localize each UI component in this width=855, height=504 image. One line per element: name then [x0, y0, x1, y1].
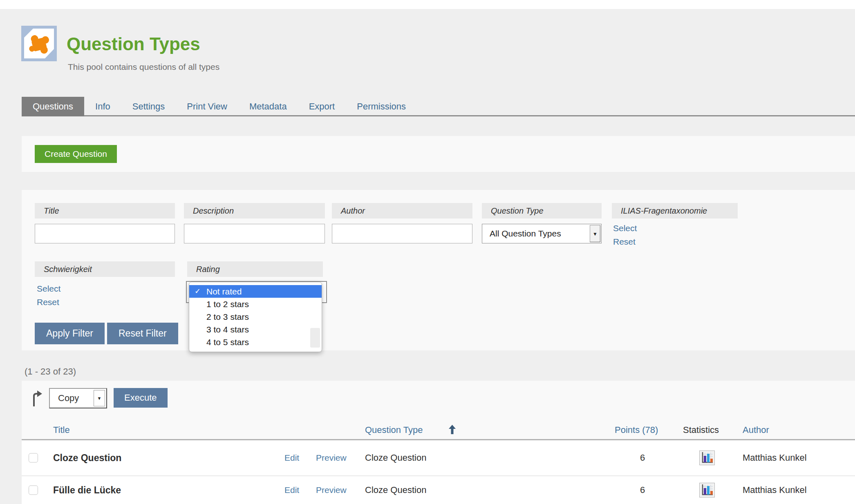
difficulty-select-link[interactable]: Select [37, 284, 60, 294]
difficulty-reset-link[interactable]: Reset [37, 297, 59, 307]
filter-label-author: Author [332, 203, 472, 219]
execute-button[interactable]: Execute [114, 388, 168, 408]
bulk-action-select[interactable]: Copy ▼ [49, 388, 107, 408]
preview-link[interactable]: Preview [316, 453, 347, 463]
tab-permissions[interactable]: Permissions [346, 97, 417, 116]
page-title: Question Types [67, 34, 200, 54]
preview-link[interactable]: Preview [316, 485, 347, 495]
pagination-status: (1 - 23 of 23) [25, 366, 76, 377]
taxonomy-reset-link[interactable]: Reset [613, 237, 636, 247]
checkmark-icon: ✓ [195, 285, 201, 298]
question-pool-icon [21, 26, 57, 61]
rating-option-3-4-stars[interactable]: 3 to 4 stars [189, 323, 322, 336]
sort-ascending-icon[interactable] [449, 425, 456, 435]
column-header-points[interactable]: Points (78) [615, 425, 658, 435]
question-pool-page: Question Types This pool contains questi… [0, 0, 855, 504]
rating-option-2-3-stars[interactable]: 2 to 3 stars [189, 310, 322, 323]
tab-info[interactable]: Info [84, 97, 121, 116]
points-value: 6 [634, 453, 651, 463]
tab-export[interactable]: Export [298, 97, 346, 116]
row-checkbox[interactable] [29, 453, 38, 463]
reset-filter-button[interactable]: Reset Filter [107, 323, 178, 344]
tab-bar: Questions Info Settings Print View Metad… [22, 97, 855, 116]
rating-option-1-2-stars[interactable]: 1 to 2 stars [189, 298, 322, 310]
filter-label-title: Title [35, 203, 175, 219]
filter-panel: Title Description Author Question Type I… [22, 190, 855, 350]
tab-print-view[interactable]: Print View [176, 97, 238, 116]
column-header-question-type[interactable]: Question Type [365, 425, 423, 435]
rating-dropdown-popup: ✓ Not rated 1 to 2 stars 2 to 3 stars 3 … [189, 282, 322, 352]
apply-filter-button[interactable]: Apply Filter [35, 323, 105, 344]
column-header-author[interactable]: Author [743, 425, 769, 435]
filter-title-input[interactable] [35, 224, 175, 243]
chevron-down-icon[interactable]: ▼ [94, 390, 105, 406]
questions-table: Copy ▼ Execute Title Question Type Point… [22, 381, 855, 504]
page-subtitle: This pool contains questions of all type… [68, 62, 219, 72]
dropdown-scrollbar[interactable] [310, 328, 320, 348]
bulk-action-select-value: Copy [58, 389, 79, 408]
create-question-button[interactable]: Create Question [35, 145, 117, 163]
edit-link[interactable]: Edit [284, 485, 299, 495]
table-header-row: Title Question Type Points (78) Statisti… [22, 421, 855, 439]
question-type-value: Cloze Question [365, 485, 426, 495]
question-title[interactable]: Fülle die Lücke [53, 485, 121, 496]
column-header-title[interactable]: Title [53, 425, 70, 435]
question-title[interactable]: Cloze Question [53, 453, 121, 464]
filter-label-question-type: Question Type [482, 203, 602, 219]
row-checkbox[interactable] [29, 486, 38, 495]
tab-metadata[interactable]: Metadata [238, 97, 298, 116]
bulk-action-arrow-icon [31, 390, 43, 408]
filter-label-difficulty: Schwierigkeit [35, 261, 175, 277]
statistics-icon[interactable] [699, 450, 715, 465]
filter-description-input[interactable] [184, 224, 325, 243]
taxonomy-select-link[interactable]: Select [613, 223, 637, 233]
filter-author-input[interactable] [332, 224, 472, 243]
question-type-select[interactable]: All Question Types ▼ [482, 224, 602, 243]
question-type-select-value: All Question Types [490, 224, 561, 243]
edit-link[interactable]: Edit [284, 453, 299, 463]
question-type-value: Cloze Question [365, 453, 426, 463]
toolbar: Create Question [22, 136, 855, 172]
tab-settings[interactable]: Settings [121, 97, 176, 116]
author-value: Matthias Kunkel [743, 485, 807, 495]
points-value: 6 [634, 485, 651, 495]
filter-label-rating: Rating [187, 261, 323, 277]
statistics-icon[interactable] [699, 483, 715, 497]
table-row: Cloze Question Edit Preview Cloze Questi… [22, 440, 855, 475]
chevron-down-icon[interactable]: ▼ [590, 225, 600, 242]
column-header-statistics: Statistics [683, 425, 719, 435]
filter-label-taxonomy: ILIAS-Fragentaxonomie [612, 203, 738, 219]
author-value: Matthias Kunkel [743, 453, 807, 463]
filter-label-description: Description [184, 203, 325, 219]
tab-questions[interactable]: Questions [22, 97, 84, 116]
rating-option-4-5-stars[interactable]: 4 to 5 stars [189, 336, 322, 348]
rating-option-not-rated[interactable]: ✓ Not rated [189, 285, 322, 298]
table-row: Fülle die Lücke Edit Preview Cloze Quest… [22, 476, 855, 504]
